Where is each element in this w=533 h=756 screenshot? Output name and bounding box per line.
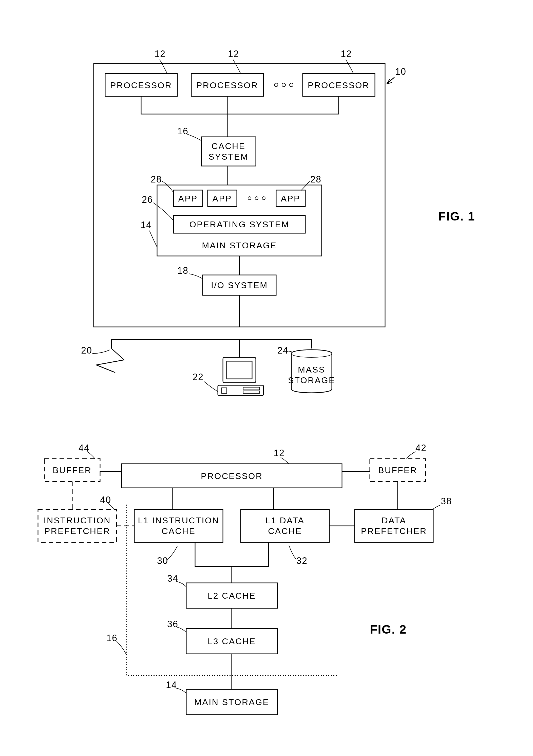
ref-16: 16 bbox=[106, 633, 118, 643]
ref-12: 12 bbox=[274, 448, 285, 458]
ref-42: 42 bbox=[415, 443, 427, 453]
main-storage-label: MAIN STORAGE bbox=[202, 240, 277, 250]
l1d-l2: CACHE bbox=[268, 526, 302, 536]
ref-12a: 12 bbox=[154, 49, 166, 59]
app-2-label: APP bbox=[212, 194, 232, 203]
fig1-title: FIG. 1 bbox=[438, 210, 475, 223]
l3-label: L3 CACHE bbox=[208, 636, 256, 646]
data-pref-l2: PREFETCHER bbox=[361, 526, 427, 536]
ref-14: 14 bbox=[141, 220, 152, 230]
buffer-right-label: BUFFER bbox=[378, 465, 417, 475]
ref-10: 10 bbox=[395, 67, 406, 77]
network-icon bbox=[96, 348, 124, 372]
ref-36: 36 bbox=[167, 619, 178, 629]
main-storage-2-label: MAIN STORAGE bbox=[194, 697, 269, 707]
l1i-l1: L1 INSTRUCTION bbox=[138, 516, 219, 525]
ref-32: 32 bbox=[296, 555, 307, 566]
workstation-icon bbox=[218, 357, 263, 395]
svg-rect-8 bbox=[218, 385, 263, 395]
instr-pref-l2: PREFETCHER bbox=[44, 526, 110, 536]
mass-l2: STORAGE bbox=[288, 375, 335, 385]
l1-instruction-cache bbox=[134, 509, 223, 542]
buffer-left-label: BUFFER bbox=[53, 465, 92, 475]
ref-10-arrow bbox=[387, 77, 394, 84]
ref-26: 26 bbox=[142, 194, 153, 205]
ref-24: 24 bbox=[278, 345, 288, 356]
ref-44: 44 bbox=[79, 443, 90, 453]
instruction-prefetcher bbox=[38, 509, 117, 542]
processor-1-label: PROCESSOR bbox=[110, 80, 172, 90]
mass-l1: MASS bbox=[298, 365, 325, 374]
app-3-label: APP bbox=[281, 194, 300, 203]
ref-34: 34 bbox=[167, 573, 178, 584]
ref-14b: 14 bbox=[166, 680, 177, 690]
ref-38: 38 bbox=[441, 496, 452, 506]
figure-1: 10 PROCESSOR PROCESSOR PROCESSOR 12 12 1… bbox=[81, 49, 475, 395]
data-pref-l1: DATA bbox=[382, 516, 406, 525]
data-prefetcher bbox=[355, 509, 433, 542]
ref-12c: 12 bbox=[341, 49, 352, 59]
ref-20: 20 bbox=[81, 345, 92, 356]
figure-2: PROCESSOR 12 BUFFER 44 BUFFER 42 16 L1 I… bbox=[38, 443, 452, 715]
cache-system-l2: SYSTEM bbox=[208, 152, 249, 161]
io-label: I/O SYSTEM bbox=[211, 280, 268, 290]
ref-18: 18 bbox=[177, 265, 188, 276]
svg-rect-7 bbox=[227, 361, 252, 379]
ref-28a: 28 bbox=[151, 174, 162, 184]
fig2-title: FIG. 2 bbox=[370, 623, 407, 636]
ref-22: 22 bbox=[193, 372, 204, 382]
instr-pref-l1: INSTRUCTION bbox=[43, 516, 111, 525]
l1d-l1: L1 DATA bbox=[265, 516, 305, 525]
l1-data-cache bbox=[241, 509, 329, 542]
processor-label: PROCESSOR bbox=[201, 471, 263, 481]
app-1-label: APP bbox=[178, 194, 198, 203]
l2-label: L2 CACHE bbox=[208, 591, 256, 600]
cache-system-l1: CACHE bbox=[212, 141, 246, 151]
ref-28b: 28 bbox=[310, 174, 321, 184]
ref-30: 30 bbox=[157, 555, 168, 566]
ref-12b: 12 bbox=[228, 49, 239, 59]
processor-3-label: PROCESSOR bbox=[308, 80, 370, 90]
processor-2-label: PROCESSOR bbox=[196, 80, 258, 90]
l1i-l2: CACHE bbox=[162, 526, 196, 536]
os-label: OPERATING SYSTEM bbox=[190, 220, 290, 229]
ref-16: 16 bbox=[177, 126, 188, 136]
ref-40: 40 bbox=[100, 495, 111, 505]
